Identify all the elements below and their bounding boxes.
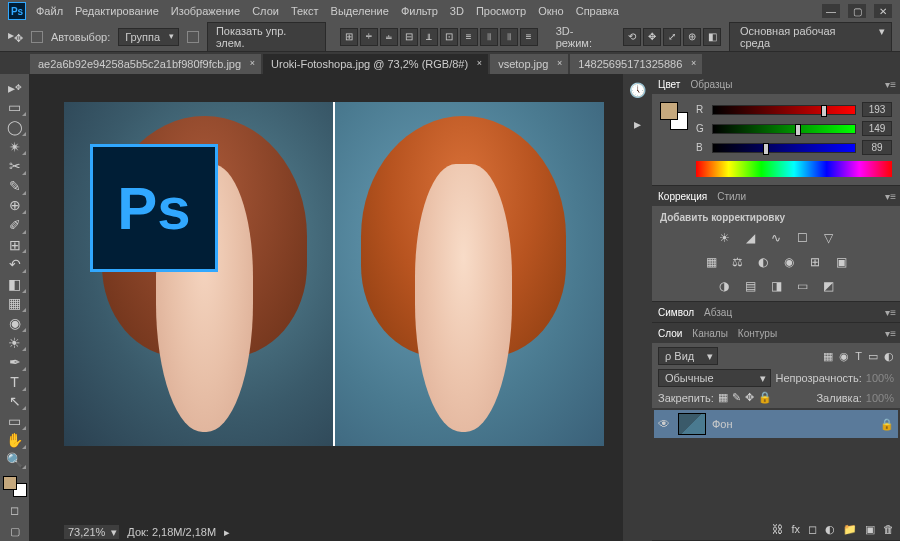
group-icon[interactable]: 📁 (843, 523, 857, 536)
doc-tab[interactable]: vsetop.jpg× (490, 54, 568, 74)
menu-filter[interactable]: Фильтр (401, 5, 438, 17)
invert-icon[interactable]: ◑ (715, 277, 733, 295)
layer-thumbnail[interactable] (678, 413, 706, 435)
eraser-tool[interactable]: ◧ (3, 274, 27, 294)
close-icon[interactable]: × (477, 58, 482, 68)
swatches-tab[interactable]: Образцы (690, 79, 732, 90)
curves-icon[interactable]: ∿ (767, 229, 785, 247)
lock-icon[interactable]: ✎ (732, 391, 741, 404)
lookup-icon[interactable]: ▣ (832, 253, 850, 271)
filter-icon[interactable]: ▦ (823, 350, 833, 363)
3d-icon[interactable]: ⟲ (623, 28, 641, 46)
adjustments-tab[interactable]: Коррекция (658, 191, 707, 202)
menu-edit[interactable]: Редактирование (75, 5, 159, 17)
gradient-tool[interactable]: ▦ (3, 294, 27, 314)
photo-filter-icon[interactable]: ◉ (780, 253, 798, 271)
minimize-button[interactable]: — (822, 4, 840, 18)
b-value[interactable]: 89 (862, 140, 892, 155)
styles-tab[interactable]: Стили (717, 191, 746, 202)
distribute-icon[interactable]: ≡ (520, 28, 538, 46)
menu-window[interactable]: Окно (538, 5, 564, 17)
panel-menu-icon[interactable]: ▾≡ (885, 328, 896, 339)
workspace-selector[interactable]: Основная рабочая среда (729, 22, 892, 52)
distribute-icon[interactable]: ≡ (460, 28, 478, 46)
foreground-swatch[interactable] (3, 476, 17, 490)
fx-icon[interactable]: fx (791, 523, 800, 535)
menu-help[interactable]: Справка (576, 5, 619, 17)
adjustment-icon[interactable]: ◐ (825, 523, 835, 536)
canvas[interactable]: Ps (64, 102, 604, 446)
marquee-tool[interactable]: ▭ (3, 98, 27, 118)
layers-tab[interactable]: Слои (658, 328, 682, 339)
r-slider[interactable] (712, 105, 856, 115)
maximize-button[interactable]: ▢ (848, 4, 866, 18)
gradient-map-icon[interactable]: ▭ (793, 277, 811, 295)
distribute-icon[interactable]: ⦀ (500, 28, 518, 46)
align-icon[interactable]: ⫨ (380, 28, 398, 46)
close-button[interactable]: ✕ (874, 4, 892, 18)
fg-color-swatch[interactable] (660, 102, 678, 120)
lasso-tool[interactable]: ◯ (3, 117, 27, 137)
dodge-tool[interactable]: ☀ (3, 333, 27, 353)
close-icon[interactable]: × (557, 58, 562, 68)
panel-menu-icon[interactable]: ▾≡ (885, 191, 896, 202)
paragraph-tab[interactable]: Абзац (704, 307, 732, 318)
mixer-icon[interactable]: ⊞ (806, 253, 824, 271)
history-brush-tool[interactable]: ↶ (3, 254, 27, 274)
align-icon[interactable]: ⊞ (340, 28, 358, 46)
doc-tab[interactable]: Uroki-Fotoshopa.jpg @ 73,2% (RGB/8#)× (263, 54, 488, 74)
hand-tool[interactable]: ✋ (3, 431, 27, 451)
g-value[interactable]: 149 (862, 121, 892, 136)
history-icon[interactable]: 🕔 (628, 80, 648, 100)
filter-icon[interactable]: ◉ (839, 350, 849, 363)
filter-icon[interactable]: ◐ (884, 350, 894, 363)
autoselect-dropdown[interactable]: Группа (118, 28, 179, 46)
align-icon[interactable]: ⊡ (440, 28, 458, 46)
doc-tab[interactable]: 14825695171325886× (570, 54, 702, 74)
kind-filter[interactable]: ρ Вид (658, 347, 718, 365)
menu-view[interactable]: Просмотр (476, 5, 526, 17)
3d-icon[interactable]: ⊕ (683, 28, 701, 46)
selective-icon[interactable]: ◩ (819, 277, 837, 295)
chevron-right-icon[interactable]: ▸ (224, 526, 230, 539)
layer-name[interactable]: Фон (712, 418, 733, 430)
visibility-icon[interactable]: 👁 (658, 417, 672, 431)
move-tool[interactable]: ▸✥ (3, 78, 27, 98)
3d-icon[interactable]: ◧ (703, 28, 721, 46)
filter-icon[interactable]: ▭ (868, 350, 878, 363)
menu-text[interactable]: Текст (291, 5, 319, 17)
screenmode-button[interactable]: ▢ (3, 523, 27, 541)
showcontrols-checkbox[interactable] (187, 31, 199, 43)
new-layer-icon[interactable]: ▣ (865, 523, 875, 536)
menu-select[interactable]: Выделение (331, 5, 389, 17)
panel-menu-icon[interactable]: ▾≡ (885, 307, 896, 318)
r-value[interactable]: 193 (862, 102, 892, 117)
properties-icon[interactable]: ▸ (628, 114, 648, 134)
doc-tab[interactable]: ae2a6b92e94258a5b5c2a1bf980f9fcb.jpg× (30, 54, 261, 74)
threshold-icon[interactable]: ◨ (767, 277, 785, 295)
lock-icon[interactable]: ▦ (718, 391, 728, 404)
path-tool[interactable]: ↖ (3, 392, 27, 412)
b-slider[interactable] (712, 143, 856, 153)
move-tool-icon[interactable]: ▸✥ (8, 28, 23, 45)
link-icon[interactable]: ⛓ (772, 523, 783, 535)
crop-tool[interactable]: ✂ (3, 156, 27, 176)
showcontrols-button[interactable]: Показать упр. элем. (207, 22, 326, 52)
hue-icon[interactable]: ▦ (702, 253, 720, 271)
menu-3d[interactable]: 3D (450, 5, 464, 17)
brush-tool[interactable]: ✐ (3, 215, 27, 235)
3d-icon[interactable]: ✥ (643, 28, 661, 46)
align-icon[interactable]: ⊟ (400, 28, 418, 46)
blend-mode-dropdown[interactable]: Обычные (658, 369, 771, 387)
distribute-icon[interactable]: ⦀ (480, 28, 498, 46)
color-swatches[interactable] (3, 476, 27, 497)
lock-icon[interactable]: ✥ (745, 391, 754, 404)
wand-tool[interactable]: ✴ (3, 137, 27, 157)
eyedropper-tool[interactable]: ✎ (3, 176, 27, 196)
close-icon[interactable]: × (250, 58, 255, 68)
pen-tool[interactable]: ✒ (3, 352, 27, 372)
quickmask-button[interactable]: ◻ (3, 501, 27, 519)
color-tab[interactable]: Цвет (658, 79, 680, 90)
close-icon[interactable]: × (691, 58, 696, 68)
bw-icon[interactable]: ◐ (754, 253, 772, 271)
